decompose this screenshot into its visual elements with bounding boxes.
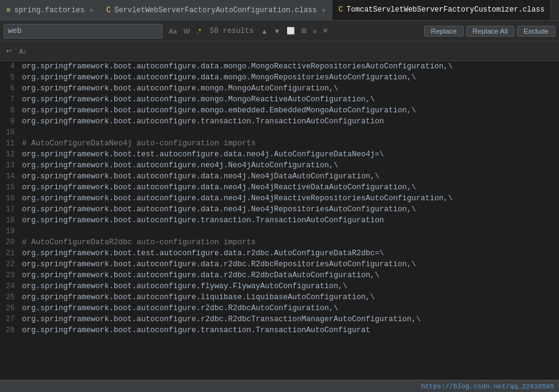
table-row: 22org.springframework.boot.autoconfigure… bbox=[0, 259, 559, 270]
status-bar: https://blog.csdn.net/qq_22610595 bbox=[0, 380, 559, 392]
table-row: 17org.springframework.boot.autoconfigure… bbox=[0, 204, 559, 215]
search-bar: Aa W .* 58 results ▲ ▼ ⬜ ⊞ ≡ ✕ Replace R… bbox=[0, 21, 559, 42]
line-number: 12 bbox=[0, 149, 22, 160]
line-number: 9 bbox=[0, 116, 22, 127]
replace-buttons: Replace Replace All Exclude bbox=[424, 26, 555, 37]
table-row: 26org.springframework.boot.autoconfigure… bbox=[0, 303, 559, 314]
table-row: 21org.springframework.boot.test.autoconf… bbox=[0, 248, 559, 259]
replace-button[interactable]: Replace bbox=[424, 26, 463, 37]
table-row: 24org.springframework.boot.autoconfigure… bbox=[0, 281, 559, 292]
open-in-find-btn[interactable]: ⬜ bbox=[284, 26, 298, 36]
line-content: # AutoConfigureDataR2dbc auto-configurat… bbox=[22, 237, 559, 248]
tab-servlet-class[interactable]: C ServletWebServerFactoryAutoConfigurati… bbox=[100, 0, 332, 21]
line-number: 23 bbox=[0, 270, 22, 281]
tab-label: spring.factories bbox=[14, 6, 84, 15]
line-content: org.springframework.boot.test.autoconfig… bbox=[22, 248, 559, 259]
line-number: 11 bbox=[0, 138, 22, 149]
results-count: 58 results bbox=[210, 27, 254, 35]
line-number: 13 bbox=[0, 160, 22, 171]
table-row: 8org.springframework.boot.autoconfigure.… bbox=[0, 105, 559, 116]
line-content: org.springframework.boot.autoconfigure.d… bbox=[22, 193, 559, 204]
table-row: 14org.springframework.boot.autoconfigure… bbox=[0, 171, 559, 182]
line-content: org.springframework.boot.autoconfigure.f… bbox=[22, 281, 559, 292]
table-row: 15org.springframework.boot.autoconfigure… bbox=[0, 182, 559, 193]
editor[interactable]: 4org.springframework.boot.autoconfigure.… bbox=[0, 61, 559, 392]
filter-btn[interactable]: ⊞ bbox=[299, 26, 309, 36]
table-row: 12org.springframework.boot.test.autoconf… bbox=[0, 149, 559, 160]
tab-tomcat-class[interactable]: C TomcatServletWebServerFactoryCustomize… bbox=[332, 0, 551, 21]
table-row: 7org.springframework.boot.autoconfigure.… bbox=[0, 94, 559, 105]
line-content: org.springframework.boot.autoconfigure.t… bbox=[22, 215, 559, 226]
settings-btn[interactable]: ≡ bbox=[310, 26, 319, 36]
table-row: 27org.springframework.boot.autoconfigure… bbox=[0, 314, 559, 325]
table-row: 16org.springframework.boot.autoconfigure… bbox=[0, 193, 559, 204]
table-row: 13org.springframework.boot.autoconfigure… bbox=[0, 160, 559, 171]
tab-close-1[interactable]: ✕ bbox=[89, 6, 93, 14]
line-content: org.springframework.boot.autoconfigure.m… bbox=[22, 83, 559, 94]
table-row: 25org.springframework.boot.autoconfigure… bbox=[0, 292, 559, 303]
line-number: 8 bbox=[0, 105, 22, 116]
line-number: 22 bbox=[0, 259, 22, 270]
line-number: 27 bbox=[0, 314, 22, 325]
line-content: org.springframework.boot.autoconfigure.d… bbox=[22, 72, 559, 83]
undo-icon[interactable]: ↩ bbox=[4, 46, 14, 56]
line-number: 20 bbox=[0, 237, 22, 248]
table-row: 11# AutoConfigureDataNeo4j auto-configur… bbox=[0, 138, 559, 149]
line-content bbox=[22, 226, 559, 237]
line-number: 24 bbox=[0, 281, 22, 292]
line-number: 19 bbox=[0, 226, 22, 237]
replace-all-button[interactable]: Replace All bbox=[466, 26, 515, 37]
case-sensitive-btn[interactable]: Aa bbox=[166, 26, 179, 36]
next-result-btn[interactable]: ▼ bbox=[271, 26, 283, 36]
match-case-icon[interactable]: A↕ bbox=[16, 46, 29, 56]
tab-bar: ■ spring.factories ✕ C ServletWebServerF… bbox=[0, 0, 559, 21]
class-icon: C bbox=[106, 6, 111, 15]
table-row: 28org.springframework.boot.autoconfigure… bbox=[0, 325, 559, 336]
line-content: org.springframework.boot.autoconfigure.d… bbox=[22, 171, 559, 182]
line-number: 7 bbox=[0, 94, 22, 105]
table-row: 4org.springframework.boot.autoconfigure.… bbox=[0, 61, 559, 72]
line-number: 28 bbox=[0, 325, 22, 336]
tab-spring-factories[interactable]: ■ spring.factories ✕ bbox=[0, 0, 100, 21]
line-number: 18 bbox=[0, 215, 22, 226]
table-row: 6org.springframework.boot.autoconfigure.… bbox=[0, 83, 559, 94]
nav-icons: ▲ ▼ ⬜ ⊞ ≡ ✕ bbox=[258, 26, 331, 36]
table-row: 10 bbox=[0, 127, 559, 138]
line-content: org.springframework.boot.test.autoconfig… bbox=[22, 149, 559, 160]
tab-label: ServletWebServerFactoryAutoConfiguration… bbox=[114, 6, 316, 15]
search-input-wrapper bbox=[4, 24, 163, 38]
line-number: 25 bbox=[0, 292, 22, 303]
line-content bbox=[22, 127, 559, 138]
file-icon: ■ bbox=[6, 6, 10, 15]
line-content: org.springframework.boot.autoconfigure.r… bbox=[22, 314, 559, 325]
tab-label: TomcatServletWebServerFactoryCustomizer.… bbox=[346, 5, 544, 14]
close-search-btn[interactable]: ✕ bbox=[320, 26, 331, 36]
line-content: org.springframework.boot.autoconfigure.m… bbox=[22, 105, 559, 116]
line-content: org.springframework.boot.autoconfigure.d… bbox=[22, 259, 559, 270]
table-row: 18org.springframework.boot.autoconfigure… bbox=[0, 215, 559, 226]
exclude-button[interactable]: Exclude bbox=[517, 26, 555, 37]
line-number: 15 bbox=[0, 182, 22, 193]
line-content: org.springframework.boot.autoconfigure.r… bbox=[22, 303, 559, 314]
line-content: org.springframework.boot.autoconfigure.d… bbox=[22, 182, 559, 193]
table-row: 19 bbox=[0, 226, 559, 237]
prev-result-btn[interactable]: ▲ bbox=[258, 26, 270, 36]
whole-word-btn[interactable]: W bbox=[181, 26, 192, 36]
line-number: 14 bbox=[0, 171, 22, 182]
line-content: org.springframework.boot.autoconfigure.l… bbox=[22, 292, 559, 303]
line-number: 26 bbox=[0, 303, 22, 314]
line-content: org.springframework.boot.autoconfigure.d… bbox=[22, 270, 559, 281]
class-icon: C bbox=[338, 5, 343, 14]
line-content: org.springframework.boot.autoconfigure.t… bbox=[22, 116, 559, 127]
line-number: 4 bbox=[0, 61, 22, 72]
search-icons: Aa W .* bbox=[166, 26, 203, 36]
line-content: org.springframework.boot.autoconfigure.m… bbox=[22, 94, 559, 105]
regex-btn[interactable]: .* bbox=[194, 26, 203, 36]
search-input[interactable] bbox=[8, 27, 130, 35]
tab-close-2[interactable]: ✕ bbox=[322, 6, 326, 14]
line-number: 6 bbox=[0, 83, 22, 94]
status-url[interactable]: https://blog.csdn.net/qq_22610595 bbox=[421, 383, 554, 390]
replace-row: ↩ A↕ bbox=[0, 42, 559, 61]
line-content: # AutoConfigureDataNeo4j auto-configurat… bbox=[22, 138, 559, 149]
table-row: 5org.springframework.boot.autoconfigure.… bbox=[0, 72, 559, 83]
